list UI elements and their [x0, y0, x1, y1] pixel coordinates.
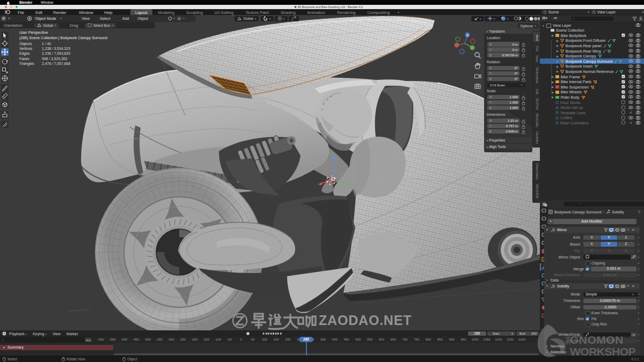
svg-text:GNOMON: GNOMON: [570, 334, 624, 346]
svg-text:Z: Z: [466, 34, 469, 37]
svg-text:WORKSHOP: WORKSHOP: [570, 345, 635, 358]
